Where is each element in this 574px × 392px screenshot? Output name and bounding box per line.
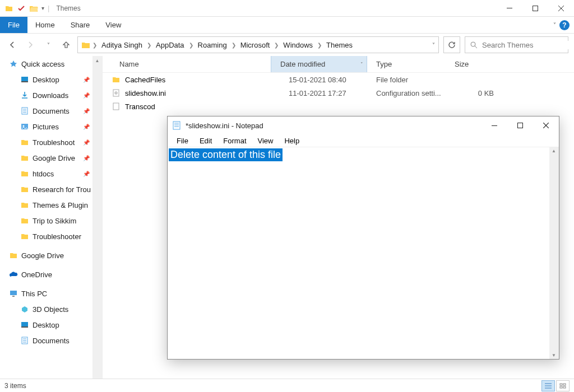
svg-rect-19	[563, 386, 566, 388]
chevron-right-icon[interactable]: ❯	[189, 42, 193, 48]
notepad-minimize-button[interactable]	[482, 116, 507, 134]
file-row[interactable]: slideshow.ini11-01-2021 17:27Configurati…	[103, 86, 574, 100]
notepad-titlebar[interactable]: *slideshow.ini - Notepad	[168, 116, 559, 134]
svg-point-2	[471, 42, 475, 46]
sidebar-item[interactable]: Desktop📌	[0, 72, 102, 87]
up-button[interactable]	[59, 38, 73, 52]
this-pc-label: This PC	[21, 290, 47, 298]
view-large-button[interactable]	[556, 380, 570, 391]
sidebar-item-label: Desktop	[33, 76, 59, 84]
refresh-button[interactable]	[443, 36, 460, 53]
notepad-title: *slideshow.ini - Notepad	[186, 122, 263, 130]
notepad-close-button[interactable]	[533, 116, 559, 134]
svg-rect-1	[533, 6, 538, 11]
crumb[interactable]: Windows	[281, 41, 315, 49]
file-row[interactable]: Transcod	[103, 100, 574, 113]
folder-icon	[20, 138, 29, 147]
column-type[interactable]: Type	[367, 56, 446, 72]
back-button[interactable]	[6, 38, 19, 52]
address-dropdown-icon[interactable]: ˅	[432, 42, 435, 48]
folder-icon	[20, 200, 29, 209]
ini-icon	[112, 88, 121, 97]
chevron-right-icon[interactable]: ❯	[317, 42, 322, 48]
notepad-text-area[interactable]: Delete content of this file	[168, 147, 559, 359]
chevron-right-icon[interactable]: ❯	[147, 42, 151, 48]
file-name: slideshow.ini	[125, 89, 166, 97]
google-drive[interactable]: Google Drive	[0, 248, 102, 263]
sidebar-item[interactable]: Desktop	[0, 317, 102, 333]
folder-icon	[20, 153, 29, 162]
maximize-button[interactable]	[522, 0, 548, 17]
file-icon	[112, 102, 121, 111]
notepad-scrollbar[interactable]	[549, 147, 559, 359]
notepad-menu-format[interactable]: Format	[219, 137, 251, 145]
status-bar: 3 items	[0, 379, 574, 392]
svg-rect-15	[113, 103, 119, 110]
onedrive[interactable]: OneDrive	[0, 267, 102, 282]
sidebar-item[interactable]: Documents	[0, 333, 102, 348]
notepad-window[interactable]: *slideshow.ini - Notepad File Edit Forma…	[167, 116, 559, 360]
notepad-selected-text[interactable]: Delete content of this file	[169, 148, 283, 161]
help-icon[interactable]: ?	[559, 20, 570, 30]
minimize-button[interactable]	[497, 0, 522, 17]
sidebar-item[interactable]: Downloads📌	[0, 87, 102, 103]
chevron-right-icon[interactable]: ❯	[274, 42, 279, 48]
sort-indicator-icon: ˅	[360, 62, 363, 67]
folder-icon	[9, 251, 18, 260]
crumb[interactable]: Microsoft	[238, 41, 272, 49]
notepad-menu-file[interactable]: File	[172, 137, 193, 145]
quick-access[interactable]: Quick access	[0, 56, 102, 72]
crumb[interactable]: AppData	[154, 41, 187, 49]
dropdown-caret-icon[interactable]: ▾	[41, 5, 44, 11]
sidebar-item[interactable]: Troubleshoot📌	[0, 134, 102, 150]
forward-button[interactable]	[24, 38, 37, 52]
sidebar-item[interactable]: 3D Objects	[0, 301, 102, 317]
sidebar-item[interactable]: htdocs📌	[0, 166, 102, 181]
address-bar[interactable]: ❯ Aditya Singh ❯ AppData ❯ Roaming ❯ Mic…	[77, 36, 439, 53]
recent-dropdown[interactable]: ˅	[41, 38, 55, 52]
tab-home[interactable]: Home	[27, 17, 63, 33]
file-row[interactable]: CachedFiles15-01-2021 08:40File folder	[103, 73, 574, 86]
sidebar-item[interactable]: Troubleshooter	[0, 228, 102, 244]
chevron-right-icon[interactable]: ❯	[92, 42, 97, 48]
ribbon: File Home Share View ˅ ?	[0, 17, 574, 34]
crumb[interactable]: Themes	[324, 41, 355, 49]
sidebar-item[interactable]: Research for Trou	[0, 181, 102, 197]
search-box[interactable]	[465, 36, 568, 53]
sidebar-item-label: Troubleshoot	[33, 138, 75, 147]
column-size[interactable]: Size	[446, 56, 490, 72]
tab-file[interactable]: File	[0, 17, 27, 33]
svg-rect-11	[21, 326, 28, 328]
crumb[interactable]: Roaming	[196, 41, 229, 49]
sidebar-item-label: htdocs	[33, 170, 54, 178]
search-icon	[470, 41, 478, 49]
chevron-right-icon[interactable]: ❯	[232, 42, 236, 48]
search-input[interactable]	[482, 41, 574, 49]
notepad-menu-edit[interactable]: Edit	[195, 137, 216, 145]
sidebar-item-label: Themes & Plugin	[33, 201, 88, 209]
sidebar: Quick access Desktop📌Downloads📌Documents…	[0, 56, 103, 379]
ribbon-expand-icon[interactable]: ˅	[553, 22, 556, 28]
svg-rect-4	[21, 81, 28, 82]
sidebar-item[interactable]: Pictures📌	[0, 119, 102, 134]
column-name[interactable]: Name	[103, 56, 271, 72]
tab-share[interactable]: Share	[63, 17, 98, 33]
titlebar: ▾ | Themes	[0, 0, 574, 17]
column-date-modified[interactable]: Date modified˅	[271, 56, 367, 72]
sidebar-item[interactable]: Google Drive📌	[0, 150, 102, 166]
sidebar-item[interactable]: Themes & Plugin	[0, 197, 102, 213]
notepad-maximize-button[interactable]	[507, 116, 533, 134]
notepad-menu-view[interactable]: View	[253, 137, 278, 145]
sidebar-item-label: Research for Trou	[33, 185, 91, 194]
status-text: 3 items	[4, 382, 26, 390]
file-size: 0 KB	[455, 89, 499, 97]
close-button[interactable]	[548, 0, 574, 17]
this-pc[interactable]: This PC	[0, 286, 102, 301]
crumb[interactable]: Aditya Singh	[99, 41, 145, 49]
tab-view[interactable]: View	[98, 17, 129, 33]
view-details-button[interactable]	[541, 380, 555, 391]
sidebar-item[interactable]: Trip to Sikkim	[0, 213, 102, 228]
notepad-menu-help[interactable]: Help	[280, 137, 304, 145]
sidebar-scrollbar[interactable]	[92, 56, 102, 379]
sidebar-item[interactable]: Documents📌	[0, 103, 102, 119]
